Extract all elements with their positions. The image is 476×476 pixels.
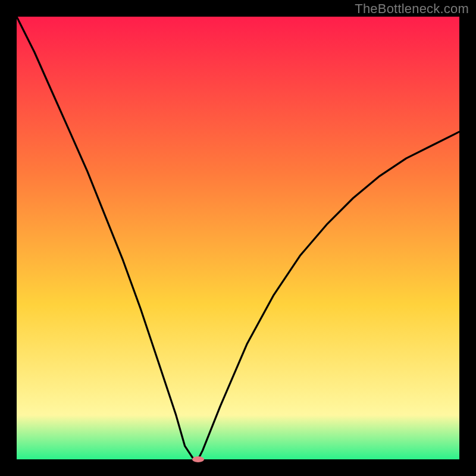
plot-area <box>17 17 459 459</box>
chart-frame: TheBottleneck.com <box>0 0 476 476</box>
optimum-marker <box>192 456 204 462</box>
bottleneck-chart <box>0 0 476 476</box>
watermark-text: TheBottleneck.com <box>355 1 469 17</box>
